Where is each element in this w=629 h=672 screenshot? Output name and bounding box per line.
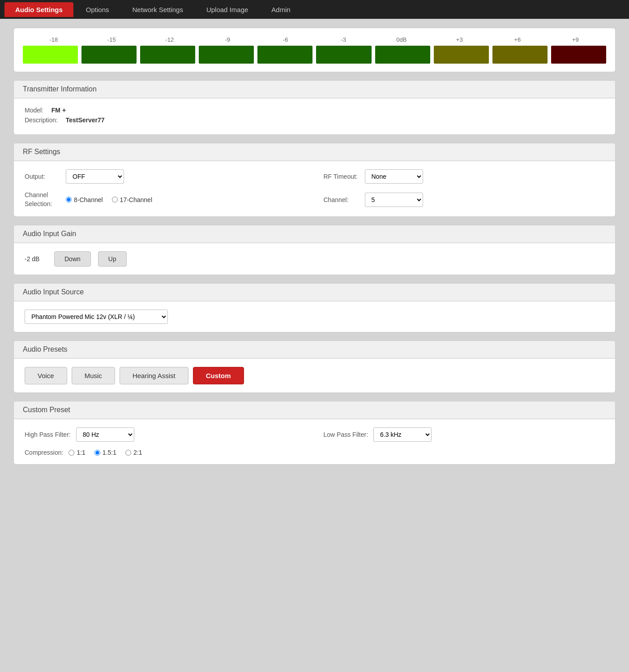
channel-select[interactable]: 1234 5678: [365, 193, 423, 207]
vu-labels: -18 -15 -12 -9 -6 -3 0dB +3 +6 +9: [23, 36, 606, 43]
rf-settings-header: RF Settings: [14, 143, 615, 161]
custom-preset-grid: High Pass Filter: Off 40 Hz 80 Hz 160 Hz…: [25, 427, 604, 456]
audio-input-gain-card: Audio Input Gain -2 dB Down Up: [13, 225, 616, 275]
vu-bar-7: [434, 46, 489, 64]
top-navigation: Audio Settings Options Network Settings …: [0, 0, 629, 19]
low-pass-select[interactable]: Off 3.5 kHz 6.3 kHz 10 kHz 15 kHz: [373, 427, 432, 442]
rf-timeout-row: RF Timeout: None 5 min 10 min 30 min: [324, 169, 605, 184]
vu-bar-0: [23, 46, 78, 64]
transmitter-model-row: Model: FM +: [25, 107, 604, 114]
rf-settings-grid: Output: OFF ON RF Timeout: None 5 min 10…: [25, 169, 604, 208]
vu-label-pos6: +6: [488, 36, 547, 43]
channel-selection-row: ChannelSelection: 8-Channel 17-Channel: [25, 191, 306, 208]
radio-compression-1-1[interactable]: 1:1: [68, 449, 85, 456]
vu-bars: [23, 46, 606, 64]
channel-selection-radio-group: 8-Channel 17-Channel: [66, 196, 152, 203]
high-pass-select[interactable]: Off 40 Hz 80 Hz 160 Hz 300 Hz: [76, 427, 134, 442]
model-label: Model:: [25, 107, 43, 114]
vu-bar-8: [492, 46, 548, 64]
vu-label-neg3: -3: [315, 36, 373, 43]
transmitter-description-row: Description: TestServer77: [25, 116, 604, 124]
vu-bar-5: [316, 46, 371, 64]
compression-label: Compression:: [25, 449, 63, 456]
preset-music-button[interactable]: Music: [72, 367, 115, 384]
vu-bar-9: [551, 46, 606, 64]
vu-label-0db: 0dB: [372, 36, 431, 43]
channel-label: Channel:: [324, 196, 359, 203]
channel-selection-label: ChannelSelection:: [25, 191, 60, 208]
audio-presets-body: Voice Music Hearing Assist Custom: [14, 359, 615, 392]
radio-8channel-input[interactable]: [66, 197, 72, 202]
transmitter-info-card: Transmitter Information Model: FM + Desc…: [13, 80, 616, 135]
transmitter-info-header: Transmitter Information: [14, 81, 615, 98]
radio-compression-1-1-input[interactable]: [68, 450, 74, 456]
vu-label-pos9: +9: [547, 36, 605, 43]
vu-bar-4: [257, 46, 312, 64]
radio-compression-1-1-label: 1:1: [77, 449, 85, 456]
gain-value-display: -2 dB: [25, 255, 47, 263]
vu-bar-3: [199, 46, 254, 64]
vu-label-neg6: -6: [257, 36, 315, 43]
rf-timeout-select[interactable]: None 5 min 10 min 30 min: [365, 169, 423, 184]
rf-timeout-label: RF Timeout:: [324, 173, 359, 180]
custom-preset-header: Custom Preset: [14, 401, 615, 419]
radio-compression-2-1-label: 2:1: [133, 449, 142, 456]
radio-compression-2-1-input[interactable]: [125, 450, 131, 456]
radio-8channel[interactable]: 8-Channel: [66, 196, 103, 203]
description-value: TestServer77: [66, 116, 105, 124]
audio-presets-header: Audio Presets: [14, 341, 615, 358]
output-select[interactable]: OFF ON: [66, 169, 124, 184]
radio-17channel-input[interactable]: [112, 197, 118, 202]
vu-label-neg9: -9: [199, 36, 257, 43]
nav-item-network-settings[interactable]: Network Settings: [122, 2, 194, 17]
compression-row: Compression: 1:1 1.5:1 2:1: [25, 449, 306, 456]
gain-row: -2 dB Down Up: [25, 251, 604, 267]
preset-voice-button[interactable]: Voice: [25, 367, 67, 384]
description-label: Description:: [25, 116, 58, 124]
model-value: FM +: [51, 107, 66, 114]
high-pass-label: High Pass Filter:: [25, 431, 71, 438]
radio-compression-1-5-1-input[interactable]: [94, 450, 100, 456]
main-content: -18 -15 -12 -9 -6 -3 0dB +3 +6 +9 Transm…: [0, 19, 629, 672]
preset-hearing-assist-button[interactable]: Hearing Assist: [120, 367, 188, 384]
compression-radio-group: 1:1 1.5:1 2:1: [68, 449, 142, 456]
audio-input-source-header: Audio Input Source: [14, 284, 615, 301]
vu-label-neg12: -12: [141, 36, 199, 43]
gain-up-button[interactable]: Up: [98, 251, 127, 267]
custom-preset-body: High Pass Filter: Off 40 Hz 80 Hz 160 Hz…: [14, 419, 615, 464]
rf-settings-body: Output: OFF ON RF Timeout: None 5 min 10…: [14, 161, 615, 216]
vu-meter-card: -18 -15 -12 -9 -6 -3 0dB +3 +6 +9: [13, 28, 616, 72]
vu-bar-6: [375, 46, 430, 64]
nav-item-admin[interactable]: Admin: [261, 2, 301, 17]
gain-down-button[interactable]: Down: [54, 251, 91, 267]
radio-17channel[interactable]: 17-Channel: [112, 196, 152, 203]
audio-input-gain-header: Audio Input Gain: [14, 225, 615, 243]
presets-row: Voice Music Hearing Assist Custom: [25, 367, 604, 384]
radio-compression-1-5-1-label: 1.5:1: [103, 449, 116, 456]
rf-settings-card: RF Settings Output: OFF ON RF Timeout: N…: [13, 143, 616, 217]
output-row: Output: OFF ON: [25, 169, 306, 184]
vu-label-pos3: +3: [431, 36, 489, 43]
radio-compression-2-1[interactable]: 2:1: [125, 449, 142, 456]
radio-8channel-label: 8-Channel: [74, 196, 103, 203]
output-label: Output:: [25, 173, 60, 180]
vu-label-neg18: -18: [25, 36, 83, 43]
transmitter-info-body: Model: FM + Description: TestServer77: [14, 99, 615, 134]
radio-compression-1-5-1[interactable]: 1.5:1: [94, 449, 116, 456]
nav-item-options[interactable]: Options: [75, 2, 120, 17]
low-pass-label: Low Pass Filter:: [324, 431, 368, 438]
audio-source-select[interactable]: Phantom Powered Mic 12v (XLR / ¼) Line L…: [25, 310, 168, 324]
channel-row: Channel: 1234 5678: [324, 193, 605, 207]
audio-input-gain-body: -2 dB Down Up: [14, 243, 615, 275]
custom-preset-card: Custom Preset High Pass Filter: Off 40 H…: [13, 401, 616, 465]
nav-item-audio-settings[interactable]: Audio Settings: [4, 2, 73, 17]
high-pass-row: High Pass Filter: Off 40 Hz 80 Hz 160 Hz…: [25, 427, 306, 442]
preset-custom-button[interactable]: Custom: [193, 367, 244, 384]
nav-item-upload-image[interactable]: Upload Image: [196, 2, 259, 17]
radio-17channel-label: 17-Channel: [120, 196, 152, 203]
vu-label-neg15: -15: [83, 36, 141, 43]
low-pass-row: Low Pass Filter: Off 3.5 kHz 6.3 kHz 10 …: [324, 427, 605, 442]
vu-bar-1: [81, 46, 137, 64]
vu-bar-2: [140, 46, 195, 64]
audio-presets-card: Audio Presets Voice Music Hearing Assist…: [13, 340, 616, 393]
